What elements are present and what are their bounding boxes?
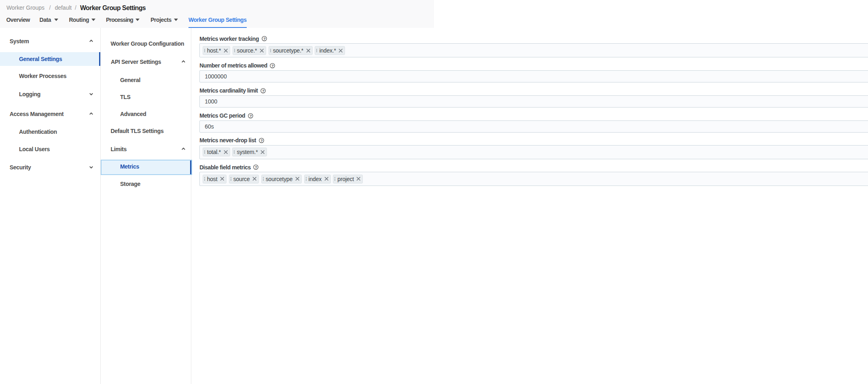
svg-text:?: ? [262,89,265,93]
svg-text:?: ? [263,37,265,41]
svg-text:?: ? [255,165,257,169]
svg-text:?: ? [271,63,274,68]
svg-text:?: ? [250,114,252,118]
svg-text:?: ? [260,138,263,142]
